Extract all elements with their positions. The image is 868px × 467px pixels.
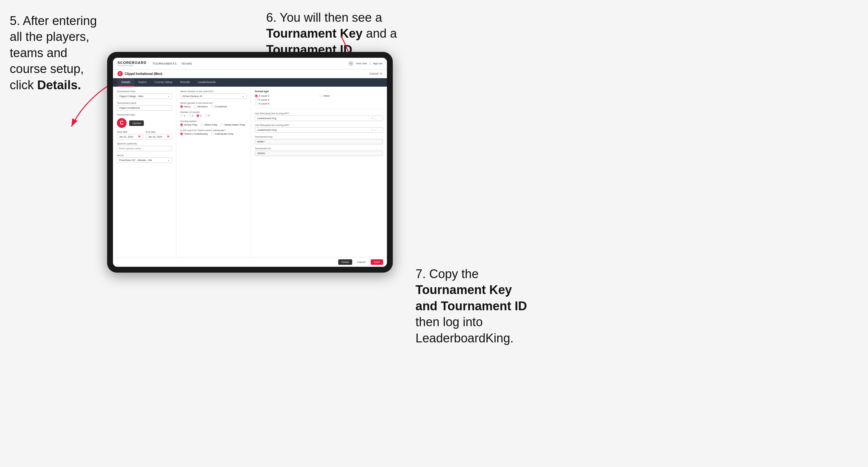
gender-combined-label: Combined (215, 105, 226, 108)
breadcrumb-title: Clippd Invitational (Men) (125, 72, 162, 75)
gender-womens-label: Womens (198, 105, 208, 108)
start-date-group: Start date Jan 21, 2024 📅 (117, 130, 143, 139)
scoring-radio-group: Stroke Play Match Play Medal Match Play (180, 123, 247, 126)
upload-button[interactable]: Upload (129, 120, 144, 126)
round-4-label: 4 (208, 114, 210, 117)
round-4[interactable]: 4 (205, 114, 210, 117)
gender-combined-radio[interactable] (211, 105, 214, 108)
logo-preview: C (117, 118, 127, 128)
format-6count5-radio[interactable] (255, 102, 258, 105)
cancel-button[interactable]: Cancel (354, 259, 369, 265)
gender-mens[interactable]: Mens (180, 105, 190, 108)
left-panel: Tournament Host Clippd College - Men ⌄ T… (113, 87, 176, 257)
individuals-only[interactable]: Individuals Only (211, 132, 234, 135)
venue-select[interactable]: Peachtree GC - Atlanta - GA ⌄ (117, 157, 172, 163)
gender-combined[interactable]: Combined (211, 105, 226, 108)
nav-user: Test User (356, 62, 367, 65)
scoring-match-radio[interactable] (200, 123, 204, 126)
calendar-icon: 📅 (138, 136, 141, 138)
tab-leaderboards[interactable]: Leaderboards (194, 78, 220, 87)
sponsor-input[interactable] (117, 146, 172, 151)
api2-input[interactable]: Leaderboard King ✕ ⌄ (255, 127, 383, 133)
logo-area: SCOREBOARD Powered by clippd (118, 61, 146, 66)
round-2[interactable]: 2 (188, 114, 193, 117)
tab-teams[interactable]: Teams (134, 78, 151, 87)
round-1-radio[interactable] (180, 114, 183, 117)
gender-womens-radio[interactable] (194, 105, 197, 108)
annotation-left-line3: teams and (10, 46, 67, 60)
teams-plus-label: Teams (+Individuals) (184, 132, 208, 135)
division-value: NCAA Division III (182, 95, 202, 98)
round-4-radio[interactable] (205, 114, 208, 117)
tournament-logo-label: Tournament logo (117, 113, 172, 116)
format-6count4[interactable]: 6 count 4 (255, 98, 318, 101)
scoring-medal-label: Medal Match Play (224, 123, 245, 126)
format-5count4[interactable]: 5 count 4 (255, 94, 318, 97)
api1-value: Leaderboard King (257, 117, 277, 120)
nav-right: TU Test User | Sign out (348, 61, 382, 66)
api1-input[interactable]: Leaderboard King ✕ ⌄ (255, 116, 383, 121)
gender-mens-radio[interactable] (180, 105, 183, 108)
tournament-name-input[interactable]: Clippd Invitational (117, 105, 172, 111)
teams-plus[interactable]: Teams (+Individuals) (180, 132, 208, 135)
format-other[interactable]: Other (319, 94, 383, 97)
sign-out-link[interactable]: Sign out (373, 62, 382, 65)
tournament-id-group: Tournament ID 302051 (255, 147, 383, 156)
division-group: Which division is the event for? NCAA Di… (180, 90, 247, 99)
round-2-radio[interactable] (188, 114, 191, 117)
scoring-stroke-radio[interactable] (180, 123, 183, 126)
division-select[interactable]: NCAA Division III ⌄ (180, 93, 247, 99)
scoring-medal-match[interactable]: Medal Match Play (220, 123, 245, 126)
user-avatar: TU (348, 61, 353, 66)
scoring-label: Scoring system (180, 120, 247, 123)
sponsor-label: Sponsor (optional) (117, 142, 172, 145)
start-date-label: Start date (117, 130, 143, 133)
annotation-bottom-right-bold1: Tournament Key (415, 283, 512, 297)
annotation-bottom-right-text3: LeaderboardKing. (415, 331, 514, 345)
format-6count5[interactable]: 6 count 5 (255, 102, 318, 105)
tab-details[interactable]: Details (118, 78, 134, 87)
calendar-icon-2: 📅 (167, 136, 170, 138)
round-1-label: 1 (184, 114, 185, 117)
api1-clear-icon[interactable]: ✕ ⌄ (372, 117, 376, 120)
tournament-name-group: Tournament name Clippd Invitational (117, 101, 172, 111)
api2-group: Use third-party live scoring API? Leader… (255, 124, 383, 133)
logo-text: SCOREBOARD (118, 61, 146, 65)
teams-plus-radio[interactable] (180, 132, 183, 135)
scoring-stroke[interactable]: Stroke Play (180, 123, 197, 126)
format-6count4-radio[interactable] (255, 98, 258, 101)
teams-label: Is this event for Teams and/or Individua… (180, 129, 247, 132)
nav-links: TOURNAMENTS TEAMS (152, 62, 348, 65)
content-area: Tournament Host Clippd College - Men ⌄ T… (113, 87, 387, 257)
individuals-only-radio[interactable] (211, 132, 214, 135)
scoring-group: Scoring system Stroke Play Match Play (180, 120, 247, 126)
end-date-input[interactable]: Jan 23, 2024 📅 (146, 134, 172, 139)
venue-group: Venue Peachtree GC - Atlanta - GA ⌄ (117, 154, 172, 163)
format-other-radio[interactable] (319, 94, 322, 97)
scoring-match[interactable]: Match Play (200, 123, 217, 126)
round-2-label: 2 (192, 114, 193, 117)
tournament-key-group: Tournament Key bef8b7 (255, 135, 383, 145)
tournament-host-label: Tournament Host (117, 90, 172, 93)
tournament-host-select[interactable]: Clippd College - Men ⌄ (117, 93, 172, 99)
api1-group: Use third-party live scoring API? Leader… (255, 112, 383, 121)
tournament-name-value: Clippd Invitational (119, 106, 140, 110)
round-3-radio[interactable] (196, 114, 199, 117)
tab-course-setup[interactable]: Course Setup (151, 78, 176, 87)
round-3[interactable]: 3 (196, 114, 201, 117)
api2-value: Leaderboard King (257, 128, 277, 131)
save-button[interactable]: Save (371, 259, 383, 265)
close-icon[interactable]: ✕ (380, 72, 382, 75)
delete-button[interactable]: Delete (338, 259, 352, 265)
nav-teams[interactable]: TEAMS (181, 62, 192, 65)
cancel-text[interactable]: Cancel (369, 72, 378, 75)
nav-tournaments[interactable]: TOURNAMENTS (152, 62, 177, 65)
start-date-input[interactable]: Jan 21, 2024 📅 (117, 134, 143, 139)
scoring-medal-radio[interactable] (220, 123, 223, 126)
api2-clear-icon[interactable]: ✕ ⌄ (372, 129, 376, 131)
tab-results[interactable]: Results (176, 78, 194, 87)
gender-womens[interactable]: Womens (194, 105, 208, 108)
round-1[interactable]: 1 (180, 114, 185, 117)
format-5count4-radio[interactable] (255, 94, 258, 97)
round-3-label: 3 (200, 114, 201, 117)
